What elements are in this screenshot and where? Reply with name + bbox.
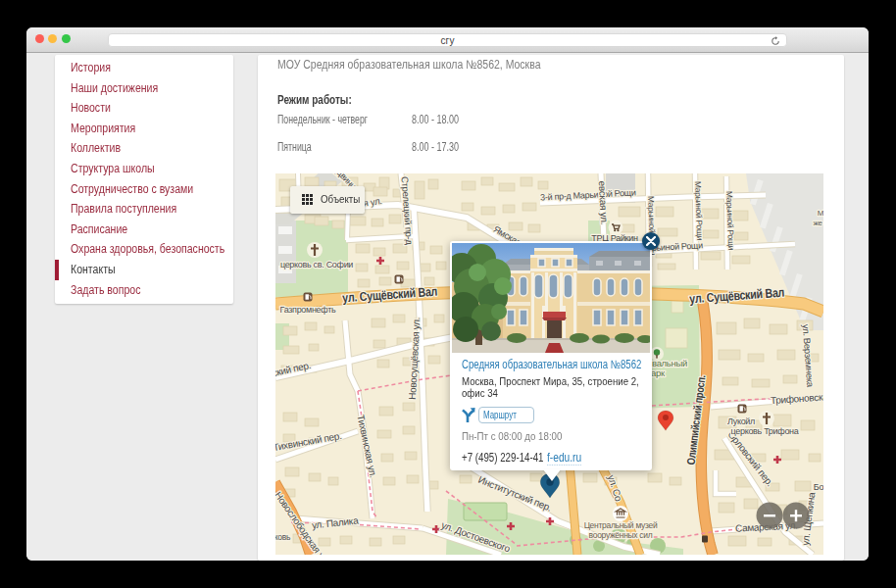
page-background: ИсторияНаши достиженияНовостиМероприятия… [26,53,869,561]
browser-toolbar: сгу [26,27,869,53]
sidebar-item-4[interactable]: Мероприятия [55,119,233,139]
metro-icon [702,536,708,543]
main-content: МОУ Средняя образовательная школа №8562,… [258,55,844,561]
balloon-tail [543,469,561,481]
church-icon [759,411,774,426]
sidebar-item-7[interactable]: Сотрудничество с вузами [55,179,233,200]
url-text: сгу [109,35,786,46]
fuel-icon [395,275,404,284]
street-label: М [818,209,823,218]
schedule-row: Пятница 8.00 - 17.30 [277,140,324,154]
balloon-title-link[interactable]: Средняя образовательная школа №8562 [462,358,642,371]
minimize-window-button[interactable] [48,34,57,43]
street-label: Марьиной Рощи [724,191,736,251]
map-objects-button[interactable]: Объекты [290,186,365,214]
url-bar[interactable]: сгу [108,33,787,47]
balloon-close-button[interactable] [642,232,660,250]
schedule-row: Понедельник - четверг 8.00 - 18.00 [277,113,401,126]
sidebar-item-6[interactable]: Структура школы [55,159,233,179]
street-label: евская ул. [597,180,610,224]
street-label: Газпромнефть [280,305,336,315]
map-zoom-controls [755,501,814,530]
reload-icon[interactable] [771,36,780,46]
route-icon [462,408,475,423]
zoom-window-button[interactable] [62,34,71,43]
zoom-in-button[interactable] [783,503,810,529]
route-button[interactable]: Маршрут [478,407,534,423]
page-title: МОУ Средняя образовательная школа №8562,… [277,58,591,72]
sidebar-item-9[interactable]: Расписание [55,220,233,240]
sidebar-item-12[interactable]: Задать вопрос [55,280,233,301]
museum-icon [613,506,628,521]
street-label: вооружённых сил [589,530,653,540]
street-label: церковь св. Софии [280,260,353,270]
sidebar-item-5[interactable]: Коллектив [55,138,233,159]
objects-button-label: Объекты [321,193,360,205]
sidebar-item-8[interactable]: Правила поступления [55,199,233,220]
street-label: же [813,219,822,227]
zoom-out-button[interactable] [757,503,783,529]
sidebar-item-1[interactable]: История [55,58,233,78]
browser-window: сгу ИсторияНаши достиженияНовостиМеропри… [26,27,869,561]
schedule-day: Пятница [277,140,312,154]
map-balloon: Средняя образовательная школа №8562 Моск… [450,241,652,470]
map-widget[interactable]: ул. Сущёвский Валул. Сущёвский ВалОлимпи… [275,173,823,555]
grid-icon [302,194,313,205]
balloon-site-link[interactable]: f-edu.ru [547,451,581,466]
school-photo [452,243,650,353]
close-icon [646,236,656,246]
sidebar-item-3[interactable]: Новости [55,98,233,119]
sidebar-item-2[interactable]: Наши достижения [55,78,233,99]
street-label: Бо [814,482,823,492]
sidebar-item-10[interactable]: Охрана здоровья, безопасность [55,239,233,260]
balloon-address: Москва, Проспект Мира, 35, строение 2,оф… [462,375,642,399]
street-label: арк [651,368,666,378]
sidebar-menu: ИсторияНаши достиженияНовостиМероприятия… [55,55,233,304]
schedule-time: 8.00 - 17.30 [412,140,474,154]
street-label: Лукойл [727,416,755,426]
schedule-day: Понедельник - четверг [277,113,368,126]
fuel-icon [738,405,747,414]
fuel-icon [304,293,313,302]
balloon-hours: Пн-Пт с 08:00 до 18:00 [462,430,642,442]
street-label: ковь [275,532,291,542]
desktop-background: сгу ИсторияНаши достиженияНовостиМеропри… [0,0,896,588]
close-window-button[interactable] [35,34,44,43]
schedule-heading: Режим работы: [277,93,371,107]
schedule-time: 8.00 - 18.00 [412,113,474,126]
balloon-phone: +7 (495) 229-14-41 [462,451,543,465]
street-label: церковь Трифона [731,426,799,436]
church-icon [307,242,323,258]
street-label: Центральный музей [584,520,658,530]
sidebar-item-11[interactable]: Контакты [55,260,233,280]
street-label: Марьиной Рощи [693,181,705,241]
